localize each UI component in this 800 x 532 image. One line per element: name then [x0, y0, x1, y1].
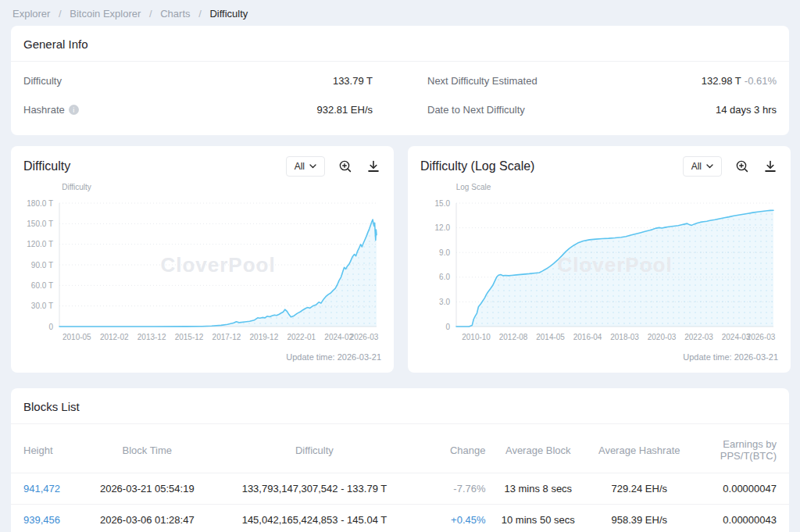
download-icon[interactable]: [366, 159, 381, 174]
next-difficulty-value: 132.98 T: [702, 75, 741, 87]
range-select-value: All: [295, 161, 305, 172]
breadcrumb-current: Difficulty: [209, 8, 248, 20]
difficulty-chart[interactable]: 180.0 T150.0 T120.0 T90.0 T60.0 T30.0 T0…: [23, 180, 381, 349]
blocks-list-title: Blocks List: [11, 388, 789, 423]
average-block-cell: 10 mins 50 secs: [486, 505, 591, 532]
svg-text:2022-01: 2022-01: [287, 333, 316, 341]
range-select[interactable]: All: [683, 156, 722, 177]
header-change: Change: [416, 424, 486, 473]
header-average-block: Average Block: [486, 424, 591, 473]
update-time: Update time: 2026-03-21: [23, 352, 381, 362]
next-difficulty-label: Next Difficulty Estimated: [427, 75, 538, 87]
log-difficulty-chart-card: Difficulty (Log Scale) All 15.012.09.06.…: [408, 146, 791, 373]
general-info-title: General Info: [11, 26, 789, 61]
svg-text:Difficulty: Difficulty: [62, 183, 91, 191]
svg-text:0: 0: [48, 323, 53, 331]
svg-text:2010-05: 2010-05: [62, 333, 91, 341]
svg-text:180.0 T: 180.0 T: [27, 199, 53, 208]
table-row: 939,456 2026-03-06 01:28:47 145,042,165,…: [11, 505, 789, 532]
difficulty-chart-title: Difficulty: [23, 159, 70, 173]
svg-text:30.0 T: 30.0 T: [31, 302, 53, 310]
average-hashrate-cell: 958.39 EH/s: [591, 505, 688, 532]
header-average-hashrate: Average Hashrate: [591, 424, 688, 473]
table-row: 941,472 2026-03-21 05:54:19 133,793,147,…: [11, 473, 789, 505]
svg-text:2026-03: 2026-03: [350, 333, 379, 341]
range-select[interactable]: All: [286, 156, 325, 177]
difficulty-cell: 133,793,147,307,542 - 133.79 T: [213, 473, 416, 505]
svg-text:12.0: 12.0: [435, 223, 451, 232]
svg-text:3.0: 3.0: [439, 298, 450, 306]
svg-text:150.0 T: 150.0 T: [27, 220, 53, 228]
difficulty-cell: 145,042,165,424,853 - 145.04 T: [213, 505, 416, 532]
log-difficulty-chart[interactable]: 15.012.09.06.03.00Log Scale2010-102012-0…: [420, 180, 778, 349]
svg-text:2019-12: 2019-12: [250, 333, 279, 341]
svg-text:2016-04: 2016-04: [573, 333, 602, 341]
date-next-difficulty-value: 14 days 3 hrs: [716, 104, 777, 116]
difficulty-value: 133.79 T: [333, 75, 373, 87]
svg-text:2020-03: 2020-03: [648, 333, 677, 341]
svg-text:90.0 T: 90.0 T: [31, 261, 53, 270]
change-cell: -7.76%: [416, 473, 486, 505]
average-block-cell: 13 mins 8 secs: [486, 473, 591, 505]
breadcrumb-explorer[interactable]: Explorer: [12, 8, 50, 20]
header-earnings: Earnings by PPS/T(BTC): [688, 424, 789, 473]
zoom-in-icon[interactable]: [338, 159, 353, 174]
hashrate-label: Hashrate: [23, 104, 65, 116]
breadcrumb-bitcoin-explorer[interactable]: Bitcoin Explorer: [70, 8, 141, 20]
svg-text:15.0: 15.0: [435, 199, 451, 208]
block-height-link[interactable]: 939,456: [23, 514, 60, 526]
chevron-down-icon: [309, 164, 316, 169]
difficulty-chart-card: Difficulty All 180.0 T150.0 T120.0 T90.0…: [11, 146, 394, 373]
general-info-grid: Difficulty 133.79 T Hashratei 932.81 EH/…: [11, 62, 789, 135]
change-cell: +0.45%: [416, 505, 486, 532]
svg-text:9.0: 9.0: [439, 248, 450, 257]
svg-text:2022-03: 2022-03: [684, 333, 713, 341]
earnings-cell: 0.00000043: [688, 505, 789, 532]
date-next-difficulty-label: Date to Next Difficulty: [427, 104, 525, 116]
info-icon[interactable]: i: [69, 105, 79, 115]
breadcrumb-separator: /: [59, 8, 62, 20]
info-row-hashrate: Hashratei 932.81 EH/s: [23, 95, 373, 124]
svg-text:6.0: 6.0: [439, 273, 450, 281]
blocks-table: Height Block Time Difficulty Change Aver…: [11, 424, 789, 532]
charts-row: Difficulty All 180.0 T150.0 T120.0 T90.0…: [11, 146, 789, 373]
difficulty-label: Difficulty: [23, 75, 62, 87]
svg-text:2010-10: 2010-10: [462, 333, 491, 341]
chevron-down-icon: [706, 164, 713, 169]
range-select-value: All: [691, 161, 702, 172]
block-time-cell: 2026-03-06 01:28:47: [81, 505, 213, 532]
breadcrumb-separator: /: [149, 8, 152, 20]
zoom-in-icon[interactable]: [734, 159, 750, 174]
breadcrumb-separator: /: [198, 8, 202, 20]
general-info-card: General Info Difficulty 133.79 T Hashrat…: [11, 26, 789, 135]
svg-text:2014-05: 2014-05: [536, 333, 565, 341]
breadcrumb: Explorer / Bitcoin Explorer / Charts / D…: [0, 0, 800, 26]
earnings-cell: 0.00000047: [688, 473, 789, 505]
info-row-difficulty: Difficulty 133.79 T: [23, 66, 373, 95]
svg-text:2026-03: 2026-03: [747, 333, 776, 341]
svg-text:2013-12: 2013-12: [138, 333, 166, 341]
block-height-link[interactable]: 941,472: [23, 483, 60, 495]
info-row-date-next-difficulty: Date to Next Difficulty 14 days 3 hrs: [427, 95, 777, 124]
header-block-time: Block Time: [81, 424, 213, 473]
svg-text:0: 0: [445, 323, 450, 331]
blocks-list-card: Blocks List Height Block Time Difficulty…: [11, 388, 789, 532]
table-header-row: Height Block Time Difficulty Change Aver…: [11, 424, 789, 473]
svg-text:2015-12: 2015-12: [175, 333, 204, 341]
svg-text:2018-03: 2018-03: [610, 333, 639, 341]
breadcrumb-charts[interactable]: Charts: [160, 8, 190, 20]
average-hashrate-cell: 729.24 EH/s: [591, 473, 688, 505]
update-time: Update time: 2026-03-21: [420, 352, 778, 362]
svg-text:120.0 T: 120.0 T: [27, 240, 53, 248]
svg-text:60.0 T: 60.0 T: [31, 281, 53, 290]
svg-text:2012-08: 2012-08: [499, 333, 528, 341]
svg-text:Log Scale: Log Scale: [456, 183, 491, 191]
svg-text:2017-12: 2017-12: [212, 333, 241, 341]
header-height: Height: [11, 424, 81, 473]
download-icon[interactable]: [762, 159, 778, 174]
block-time-cell: 2026-03-21 05:54:19: [81, 473, 213, 505]
hashrate-value: 932.81 EH/s: [316, 104, 373, 116]
header-difficulty: Difficulty: [213, 424, 416, 473]
svg-text:2012-02: 2012-02: [100, 333, 129, 341]
log-difficulty-chart-title: Difficulty (Log Scale): [420, 159, 534, 173]
